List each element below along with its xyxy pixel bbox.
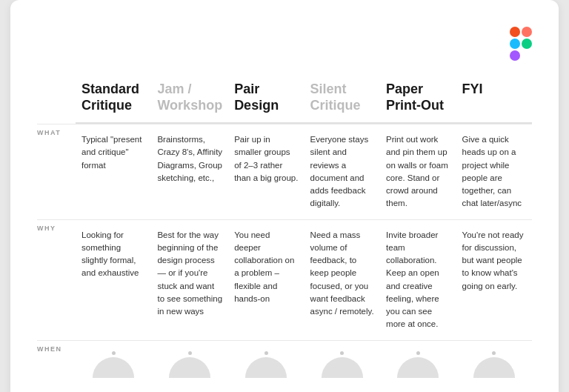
figma-dot-3 xyxy=(510,39,520,49)
why-cell-0: Looking for something slightly formal, a… xyxy=(76,220,151,340)
dot-indicator-2 xyxy=(264,351,268,355)
semicircle-0 xyxy=(93,357,134,378)
figma-dot-4 xyxy=(522,39,532,49)
dot-indicator-4 xyxy=(416,351,420,355)
when-cell-0 xyxy=(76,341,151,384)
table-grid: StandardCritiqueJam /WorkshopPairDesignS… xyxy=(37,82,532,384)
col-header-line1-0: Standard xyxy=(81,82,139,96)
semicircle-wrap-5 xyxy=(473,351,515,378)
semicircle-5 xyxy=(473,357,515,378)
col-header-3: SilentCritique xyxy=(305,82,380,124)
col-header-line2-4: Print-Out xyxy=(386,98,444,113)
what-cell-2: Pair up in smaller groups of 2–3 rather … xyxy=(228,124,304,219)
col-header-4: PaperPrint-Out xyxy=(380,82,456,124)
when-cell-5 xyxy=(456,341,532,384)
why-cell-4: Invite broader team collaboration. Keep … xyxy=(380,220,456,340)
col-header-line1-3: Silent xyxy=(310,82,347,96)
what-cell-3: Everyone stays silent and reviews a docu… xyxy=(305,124,380,219)
col-header-line2-3: Critique xyxy=(310,98,361,113)
why-cell-3: Need a mass volume of feedback, to keep … xyxy=(305,220,380,340)
semicircle-wrap-1 xyxy=(169,351,210,378)
card-header xyxy=(37,24,532,61)
col-header-0: StandardCritique xyxy=(76,82,151,124)
what-row-label: WHAT xyxy=(37,129,61,136)
semicircle-4 xyxy=(397,357,439,378)
main-card: StandardCritiqueJam /WorkshopPairDesignS… xyxy=(10,0,559,392)
what-cell-1: Brainstorms, Crazy 8's, Affinity Diagram… xyxy=(151,124,228,219)
col-header-line1-5: FYI xyxy=(462,82,483,96)
when-row-label: WHEN xyxy=(37,345,62,353)
semicircle-1 xyxy=(169,357,210,378)
figma-dot-1 xyxy=(510,27,520,37)
semicircle-wrap-4 xyxy=(397,351,439,378)
why-row-label: WHY xyxy=(37,225,56,232)
dot-indicator-3 xyxy=(340,351,344,355)
col-header-line2-0: Critique xyxy=(81,98,132,113)
figma-logo xyxy=(510,27,532,61)
when-label-cell: WHEN xyxy=(37,341,76,384)
col-header-line1-2: Pair xyxy=(234,82,259,96)
why-label-cell: WHY xyxy=(37,220,76,340)
why-cell-5: You're not ready for discussion, but wan… xyxy=(456,220,532,340)
col-header-line1-4: Paper xyxy=(386,82,423,96)
comparison-table: StandardCritiqueJam /WorkshopPairDesignS… xyxy=(37,82,532,384)
semicircle-2 xyxy=(245,357,287,378)
dot-indicator-1 xyxy=(188,351,192,355)
why-cell-2: You need deeper collaboration on a probl… xyxy=(228,220,304,340)
what-cell-5: Give a quick heads up on a project while… xyxy=(456,124,532,219)
figma-dot-2 xyxy=(522,27,532,37)
semicircle-3 xyxy=(322,357,363,378)
what-cell-0: Typical "present and critique" format xyxy=(76,124,151,219)
figma-dot-5 xyxy=(510,50,520,61)
when-cell-4 xyxy=(380,341,456,384)
when-cell-2 xyxy=(228,341,304,384)
col-header-line2-2: Design xyxy=(234,98,279,113)
col-header-1: Jam /Workshop xyxy=(151,82,228,124)
col-header-line1-1: Jam / xyxy=(157,82,191,96)
when-cell-3 xyxy=(305,341,380,384)
semicircle-wrap-3 xyxy=(322,351,363,378)
dot-indicator-5 xyxy=(492,351,496,355)
col-header-2: PairDesign xyxy=(228,82,304,124)
dot-indicator-0 xyxy=(112,351,116,355)
col-header-line2-1: Workshop xyxy=(157,98,222,113)
header-spacer xyxy=(37,82,76,124)
when-cell-1 xyxy=(151,341,228,384)
col-header-5: FYI xyxy=(456,82,532,124)
what-label-cell: WHAT xyxy=(37,124,76,219)
semicircle-wrap-0 xyxy=(93,351,134,378)
why-cell-1: Best for the way beginning of the design… xyxy=(151,220,228,340)
what-cell-4: Print out work and pin them up on walls … xyxy=(380,124,456,219)
semicircle-wrap-2 xyxy=(245,351,287,378)
